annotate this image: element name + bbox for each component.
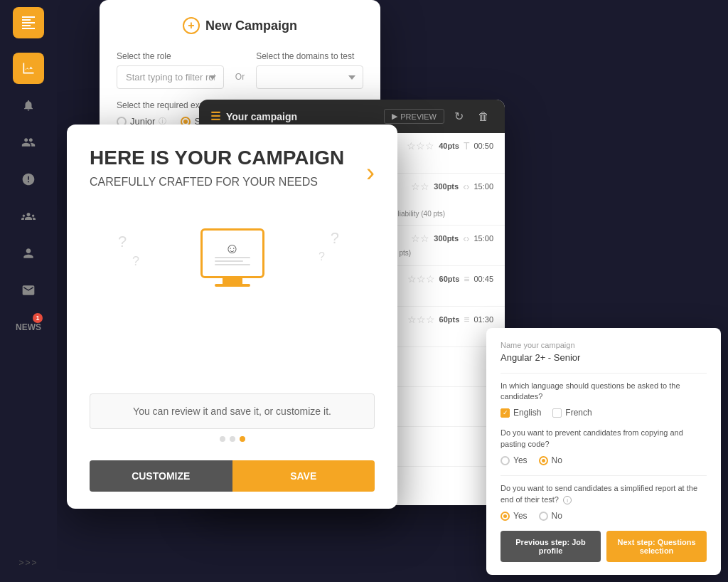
star-icon-1: ☆☆ (411, 181, 429, 192)
screen-lines (209, 257, 256, 265)
copy-paste-question: Do you want to prevent candidates from c… (500, 428, 707, 450)
french-label: French (565, 408, 592, 418)
role-select[interactable]: Start typing to filter roles... (117, 65, 224, 89)
english-checkbox[interactable]: English (500, 408, 541, 418)
monitor-stand (223, 278, 242, 284)
role-domains-row: Select the role Start typing to filter r… (117, 51, 363, 89)
type-icon-0: T (464, 140, 470, 152)
campaign-panel-actions: ▶ PREVIEW ↻ 🗑 (384, 108, 493, 125)
sidebar-item-person[interactable] (13, 238, 44, 269)
sidebar-logo[interactable] (13, 7, 44, 38)
copy-paste-radios: Yes No (500, 455, 707, 465)
report-yes[interactable]: Yes (500, 511, 528, 521)
french-checkbox[interactable]: French (552, 408, 592, 418)
report-question: Do you want to send candidates a simplif… (500, 483, 707, 505)
copy-paste-no-label: No (552, 455, 562, 465)
sidebar-item-chart[interactable] (13, 53, 44, 84)
next-step-qs-button[interactable]: Next step: Questions selection (606, 531, 707, 562)
prev-step-button[interactable]: Previous step: Job profile (500, 531, 601, 562)
dots-left2: ? (132, 254, 139, 269)
dots-left: ? (118, 233, 127, 251)
pts-2: 300pts (434, 234, 459, 243)
time-2: 15:00 (473, 234, 493, 243)
report-info-icon: i (563, 496, 572, 504)
sidebar-more[interactable]: >>> (18, 558, 38, 575)
divider-1 (500, 373, 707, 374)
dot-3 (240, 436, 245, 442)
main-campaign-panel: HERE IS YOUR CAMPAIGN CAREFULLY CRAFTED … (67, 125, 397, 509)
arrow-right-icon: › (366, 160, 375, 186)
language-checkboxes: English French (500, 408, 707, 418)
report-radios: Yes No (500, 511, 707, 521)
copy-paste-no-radio (539, 456, 548, 465)
refresh-button[interactable]: ↻ (450, 108, 468, 125)
item-meta-3: ☆☆☆ 60pts ≡ 00:45 (407, 273, 493, 285)
english-checkbox-box (500, 408, 510, 418)
english-label: English (513, 408, 541, 418)
monitor-base (215, 284, 250, 287)
main-panel-upper: HERE IS YOUR CAMPAIGN CAREFULLY CRAFTED … (67, 125, 397, 393)
copy-paste-yes-label: Yes (513, 455, 528, 465)
sidebar-item-group[interactable] (13, 201, 44, 232)
divider-2 (500, 475, 707, 476)
code-icon-1: ‹› (463, 181, 469, 192)
monitor-illustration: ☺ (200, 228, 264, 287)
time-3: 00:45 (473, 275, 493, 283)
sidebar-item-bell[interactable] (13, 90, 44, 121)
code-icon-2: ‹› (463, 233, 469, 244)
modal-header: + New Campaign (117, 17, 363, 34)
french-checkbox-box (552, 408, 562, 418)
language-question: In which language should questions be as… (500, 381, 707, 403)
domains-select[interactable] (256, 65, 363, 89)
or-divider: Or (235, 72, 245, 89)
campaign-name-label: Name your campaign (500, 341, 707, 349)
delete-button[interactable]: 🗑 (473, 109, 493, 125)
role-group: Select the role Start typing to filter r… (117, 51, 224, 89)
pts-1: 300pts (434, 182, 459, 191)
sidebar-item-news[interactable]: NEWS 1 (13, 312, 44, 343)
sidebar-item-mail[interactable] (13, 275, 44, 306)
copy-paste-yes[interactable]: Yes (500, 455, 528, 465)
main-panel-actions: Customize Save (67, 449, 397, 509)
star-icon-4: ☆☆☆ (407, 314, 435, 325)
star-icon-0: ☆☆☆ (407, 140, 434, 152)
copy-paste-no[interactable]: No (539, 455, 562, 465)
time-4: 01:30 (473, 315, 493, 324)
settings-panel: Name your campaign Angular 2+ - Senior I… (486, 328, 721, 575)
campaign-title-text: Your campaign (226, 111, 297, 122)
customize-button[interactable]: Customize (90, 460, 232, 492)
pts-3: 60pts (439, 275, 460, 283)
dot-1 (220, 436, 225, 442)
hero-subtitle: CAREFULLY CRAFTED FOR YOUR NEEDS (90, 174, 355, 190)
preview-label: PREVIEW (400, 112, 437, 121)
item-meta-1: ☆☆ 300pts ‹› 15:00 (411, 181, 493, 192)
report-no-radio (539, 512, 548, 521)
item-meta-0: ☆☆☆ 40pts T 00:50 (407, 140, 493, 152)
star-icon-2: ☆☆ (411, 233, 429, 244)
new-campaign-icon: + (183, 17, 200, 34)
star-icon-3: ☆☆☆ (407, 273, 435, 285)
dots-right: ? (331, 229, 339, 248)
monitor-screen: ☺ (200, 228, 264, 278)
time-1: 15:00 (473, 182, 493, 191)
save-button[interactable]: Save (232, 460, 375, 492)
role-label: Select the role (117, 51, 224, 61)
dots-right2: ? (318, 250, 325, 263)
report-no-label: No (552, 511, 562, 521)
copy-paste-yes-radio (500, 456, 510, 465)
dot-2 (230, 436, 235, 442)
hero-content: HERE IS YOUR CAMPAIGN CAREFULLY CRAFTED … (90, 146, 375, 204)
report-yes-radio (500, 512, 510, 521)
modal-title: New Campaign (205, 18, 297, 33)
pts-0: 40pts (439, 142, 459, 150)
smiley-icon: ☺ (209, 240, 256, 257)
sidebar-item-alert[interactable] (13, 164, 44, 195)
report-yes-label: Yes (513, 511, 528, 521)
pts-4: 60pts (439, 315, 460, 324)
sidebar-item-users[interactable] (13, 127, 44, 158)
item-meta-4: ☆☆☆ 60pts ≡ 01:30 (407, 314, 493, 325)
report-no[interactable]: No (539, 511, 562, 521)
domains-group: Select the domains to test (256, 51, 363, 89)
preview-button[interactable]: ▶ PREVIEW (384, 109, 444, 124)
settings-actions: Previous step: Job profile Next step: Qu… (500, 531, 707, 562)
